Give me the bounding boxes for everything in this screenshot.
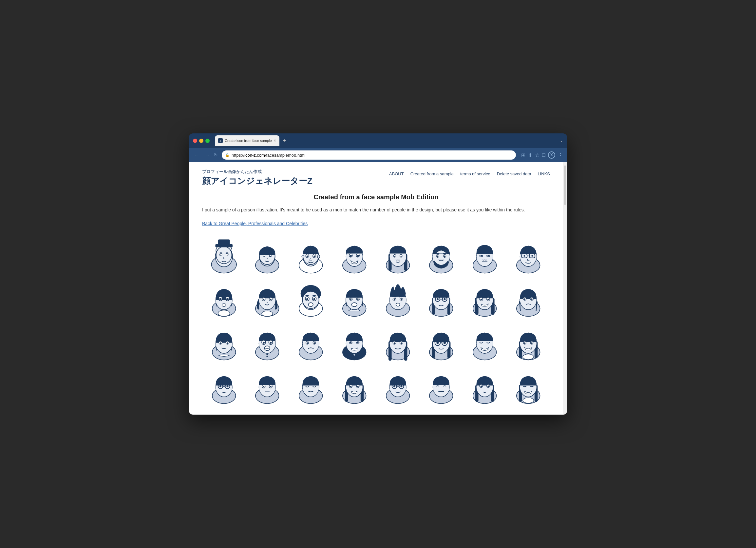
x-button[interactable]: X	[548, 151, 555, 159]
face-item-18[interactable]	[246, 321, 289, 365]
svg-point-89	[313, 298, 315, 300]
nav-about[interactable]: ABOUT	[389, 171, 404, 176]
face-item-20[interactable]	[332, 321, 376, 365]
svg-point-97	[357, 299, 359, 300]
back-button[interactable]: ←	[193, 152, 201, 158]
tab-bar: Z Create icon from face sample × + ⌄	[215, 135, 563, 146]
svg-point-40	[394, 255, 395, 257]
svg-point-232	[400, 386, 402, 387]
face-item-3[interactable]	[289, 234, 333, 278]
face-item-21[interactable]	[376, 321, 420, 365]
svg-point-25	[317, 255, 320, 258]
face-item-1[interactable]	[202, 234, 246, 278]
face-item-4[interactable]	[332, 234, 376, 278]
face-item-13[interactable]	[376, 278, 420, 321]
page-description: I put a sample of a person illustration.…	[202, 206, 550, 214]
svg-point-246	[523, 398, 534, 403]
svg-point-149	[263, 342, 265, 344]
nav-created-from-sample[interactable]: Created from a sample	[410, 171, 454, 176]
browser-window: Z Create icon from face sample × + ⌄ ← →…	[189, 133, 567, 415]
svg-point-32	[357, 255, 359, 256]
face-item-32[interactable]	[506, 365, 550, 408]
face-item-12[interactable]	[332, 278, 376, 321]
share-icon[interactable]: ⬆	[528, 152, 532, 158]
face-item-17[interactable]	[202, 321, 246, 365]
svg-point-2	[216, 246, 232, 264]
face-item-14[interactable]	[420, 278, 463, 321]
logo-title: 顔アイコンジェネレーターZ	[202, 175, 312, 187]
face-item-19[interactable]	[289, 321, 333, 365]
face-item-6[interactable]	[420, 234, 463, 278]
face-item-5[interactable]	[376, 234, 420, 278]
face-item-27[interactable]	[289, 365, 333, 408]
svg-point-71	[226, 298, 229, 300]
url-bar[interactable]: 🔒 https://icon-z.com/facesamplemob.html	[222, 150, 516, 160]
face-item-23[interactable]	[463, 321, 507, 365]
svg-point-158	[313, 343, 315, 344]
scrollbar[interactable]	[563, 162, 567, 415]
minimize-window-button[interactable]	[199, 139, 203, 143]
svg-point-124	[481, 299, 482, 301]
face-item-2[interactable]	[246, 234, 289, 278]
face-item-25[interactable]	[202, 365, 246, 408]
close-window-button[interactable]	[193, 139, 197, 143]
site-header: プロフィール画像かんたん作成 顔アイコンジェネレーターZ ABOUT Creat…	[202, 169, 550, 187]
svg-point-141	[227, 343, 228, 344]
svg-point-115	[437, 298, 439, 300]
nav-links[interactable]: LINKS	[538, 171, 550, 176]
face-item-16[interactable]	[506, 278, 550, 321]
svg-point-24	[302, 255, 304, 258]
refresh-button[interactable]: ↻	[214, 152, 218, 158]
svg-point-7	[220, 254, 221, 255]
face-grid	[202, 234, 550, 408]
bookmark-icon[interactable]: ☆	[535, 152, 539, 158]
svg-point-81	[267, 302, 268, 303]
svg-point-65	[218, 310, 230, 316]
menu-icon[interactable]: ⋮	[558, 152, 563, 158]
svg-point-223	[350, 386, 351, 387]
svg-point-125	[487, 299, 489, 301]
face-item-24[interactable]	[506, 321, 550, 365]
back-link[interactable]: Back to Great People, Professionals and …	[202, 221, 308, 226]
face-item-15[interactable]	[463, 278, 507, 321]
nav-terms[interactable]: terms of service	[460, 171, 490, 176]
svg-point-62	[523, 255, 525, 256]
active-tab[interactable]: Z Create icon from face sample ×	[215, 135, 279, 146]
face-item-26[interactable]	[246, 365, 289, 408]
svg-point-157	[307, 343, 308, 344]
nav-delete-data[interactable]: Delete saved data	[497, 171, 531, 176]
svg-point-174	[401, 343, 402, 344]
face-item-29[interactable]	[376, 365, 420, 408]
page-content: プロフィール画像かんたん作成 顔アイコンジェネレーターZ ABOUT Creat…	[189, 162, 567, 415]
face-item-10[interactable]	[246, 278, 289, 321]
tabs-chevron-icon[interactable]: ⌄	[560, 138, 563, 143]
svg-point-14	[264, 255, 265, 257]
svg-point-144	[267, 354, 268, 355]
svg-rect-4	[218, 239, 230, 245]
svg-point-105	[401, 299, 402, 300]
svg-point-8	[226, 254, 228, 255]
svg-point-16	[267, 258, 268, 258]
svg-point-151	[265, 346, 270, 350]
face-item-11[interactable]	[289, 278, 333, 321]
forward-button[interactable]: →	[203, 152, 211, 158]
tab-close-button[interactable]: ×	[274, 138, 276, 143]
maximize-window-button[interactable]	[205, 139, 210, 143]
face-item-31[interactable]	[463, 365, 507, 408]
svg-point-106	[396, 303, 400, 307]
svg-point-243	[481, 386, 482, 387]
scrollbar-thumb[interactable]	[564, 165, 566, 205]
face-item-30[interactable]	[420, 365, 463, 408]
cast-icon[interactable]: ⊞	[521, 152, 525, 158]
face-item-7[interactable]	[463, 234, 507, 278]
face-item-8[interactable]	[506, 234, 550, 278]
svg-point-134	[531, 299, 533, 300]
face-item-22[interactable]	[420, 321, 463, 365]
svg-point-183	[437, 342, 439, 344]
face-item-9[interactable]	[202, 278, 246, 321]
split-view-icon[interactable]: □	[542, 152, 545, 158]
face-item-28[interactable]	[332, 365, 376, 408]
new-tab-button[interactable]: +	[281, 137, 288, 144]
svg-point-55	[487, 255, 489, 256]
svg-point-41	[400, 255, 402, 257]
